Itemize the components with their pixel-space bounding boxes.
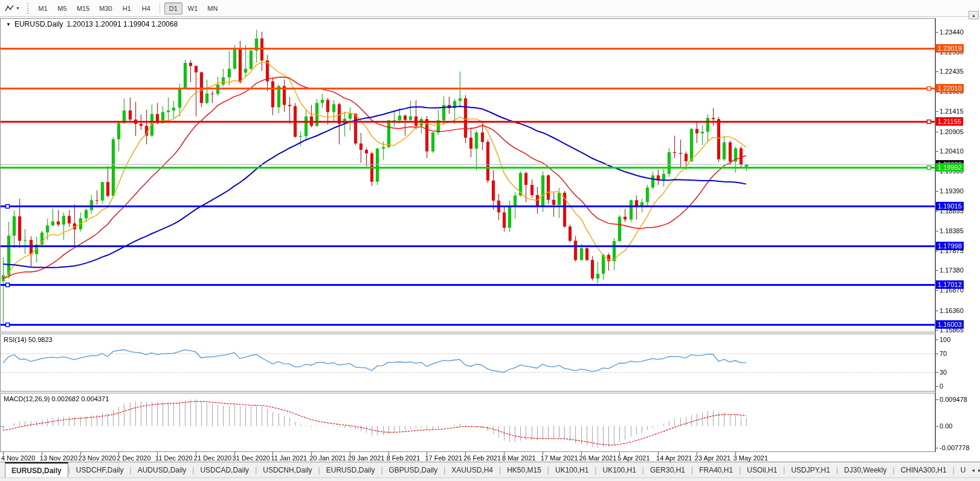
price-line-label: 1.23019 — [936, 44, 964, 53]
rsi-level-label: 0 — [940, 383, 943, 390]
timeframe-button-mn[interactable]: MN — [203, 2, 222, 15]
tab-uk100-h1[interactable]: UK100,H1 — [596, 462, 642, 477]
date-label: 13 Nov 2020 — [40, 454, 77, 462]
timeframe-button-h4[interactable]: H4 — [137, 2, 155, 15]
metatrader-window: ▼ M1M5M15M30H1H4D1W1MN ▼ EURUSD,Daily 1.… — [0, 0, 980, 481]
date-label: 31 Dec 2020 — [233, 454, 270, 462]
tab-scroll-left-arrow-icon[interactable]: ◂ — [972, 467, 975, 473]
timeframe-button-w1[interactable]: W1 — [184, 2, 202, 15]
date-label: 26 Feb 2021 — [463, 454, 501, 462]
date-label: 2 Dec 2020 — [117, 454, 150, 462]
price-line-label: 1.16003 — [936, 320, 964, 329]
chart-dropdown-icon[interactable]: ▼ — [6, 22, 11, 27]
timeframe-buttons-group: M1M5M15M30H1H4D1W1MN — [33, 2, 222, 15]
tab-eurusd-daily[interactable]: EURUSD,Daily — [5, 462, 68, 477]
tab-ger30-h1[interactable]: GER30,H1 — [644, 462, 691, 477]
price-axis-tick: 1.19390 — [940, 187, 964, 195]
date-label: 21 Dec 2020 — [194, 454, 231, 462]
price-axis-tick: 1.20905 — [940, 128, 964, 135]
rsi-level-label: 100 — [940, 336, 950, 343]
line-studies-tool-button[interactable]: ▼ — [2, 3, 22, 14]
date-label: 23 Apr 2021 — [695, 454, 730, 462]
macd-axis-label: 0.009478 — [940, 396, 967, 403]
macd-axis-label: 0.00 — [940, 422, 952, 430]
toolbar-grip-handle[interactable] — [27, 3, 30, 14]
tab-u[interactable]: U — [955, 462, 972, 477]
price-axis-tick: 1.18385 — [940, 227, 964, 234]
timeframe-button-d1[interactable]: D1 — [164, 2, 182, 15]
date-label: 26 Mar 2021 — [579, 454, 617, 462]
toolbar-separator — [160, 3, 160, 14]
tab-usoil-h1[interactable]: USOil,H1 — [741, 462, 783, 477]
tab-fra40-h1[interactable]: FRA40,H1 — [693, 462, 739, 477]
date-label: 8 Feb 2021 — [387, 454, 421, 462]
date-label: 17 Mar 2021 — [541, 454, 578, 462]
chart-ohlc-values: 1.20013 1.20091 1.19904 1.20068 — [67, 20, 178, 28]
chevron-down-icon: ▼ — [16, 6, 20, 10]
date-label: 3 May 2021 — [733, 454, 768, 462]
date-label: 29 Jan 2021 — [348, 454, 385, 462]
tab-dj30-weekly[interactable]: DJ30,Weekly — [838, 462, 892, 477]
price-line-label: 1.21155 — [936, 117, 963, 126]
macd-title: MACD(12,26,9) 0.002682 0.004371 — [4, 395, 109, 402]
date-label: 20 Jan 2021 — [309, 454, 346, 462]
price-axis-tick: 1.23440 — [940, 28, 964, 36]
date-label: 11 Dec 2020 — [155, 454, 193, 462]
date-label: 14 Apr 2021 — [656, 454, 692, 462]
tab-usdcad-daily[interactable]: USDCAD,Daily — [194, 462, 255, 477]
timeframe-button-m1[interactable]: M1 — [34, 2, 52, 15]
tab-scroll-arrows: ◂▸ — [972, 462, 980, 477]
timeframe-button-h1[interactable]: H1 — [118, 2, 136, 15]
price-line-label: 1.22010 — [936, 84, 964, 92]
date-label: 11 Jan 2021 — [271, 454, 307, 462]
price-axis-tick: 1.20410 — [940, 147, 964, 155]
tab-usdjpy-h1[interactable]: USDJPY,H1 — [785, 462, 836, 477]
timeframe-button-m30[interactable]: M30 — [95, 2, 116, 15]
polyline-tool-icon — [5, 4, 15, 13]
tab-hk50-m15[interactable]: HK50,M15 — [501, 462, 547, 477]
timeframe-button-m5[interactable]: M5 — [53, 2, 71, 15]
tab-xauusd-h4[interactable]: XAUUSD,H4 — [445, 462, 499, 477]
date-label: 8 Mar 2021 — [502, 454, 536, 462]
rsi-level-label: 30 — [940, 369, 947, 376]
chart-title: ▼ EURUSD,Daily 1.20013 1.20091 1.19904 1… — [6, 20, 178, 28]
scroll-up-button[interactable]: ▲ — [969, 11, 979, 19]
price-axis-tick: 1.21415 — [940, 108, 964, 115]
date-label: 17 Feb 2021 — [425, 454, 462, 462]
date-label: 5 Apr 2021 — [617, 454, 650, 462]
tab-uk100-h1[interactable]: UK100,H1 — [549, 462, 595, 477]
price-axis-tick: 1.17380 — [940, 266, 964, 274]
tab-audusd-daily[interactable]: AUDUSD,Daily — [132, 462, 193, 477]
tab-china300-h1[interactable]: CHINA300,H1 — [895, 462, 953, 477]
tab-usdcnh-daily[interactable]: USDCNH,Daily — [257, 462, 318, 477]
tab-gbpusd-daily[interactable]: GBPUSD,Daily — [383, 462, 444, 477]
timeframe-button-m15[interactable]: M15 — [73, 2, 94, 15]
tab-eurusd-daily[interactable]: EURUSD,Daily — [320, 462, 381, 477]
price-chart-canvas[interactable] — [0, 0, 980, 481]
chart-symbol-period: EURUSD,Daily — [15, 20, 63, 28]
price-line-label: 1.17012 — [936, 280, 964, 289]
status-strip — [0, 477, 980, 481]
date-label: 23 Nov 2020 — [79, 454, 116, 462]
price-line-label: 1.19992 — [936, 163, 964, 172]
price-axis-tick: 1.16360 — [940, 307, 964, 314]
price-line-label: 1.19015 — [936, 202, 964, 210]
price-line-label: 1.17998 — [936, 242, 964, 250]
date-label: 4 Nov 2020 — [1, 454, 35, 462]
tab-usdchf-daily[interactable]: USDCHF,Daily — [70, 462, 130, 477]
timeframe-toolbar: ▼ M1M5M15M30H1H4D1W1MN — [0, 0, 980, 17]
rsi-level-label: 70 — [940, 350, 947, 357]
chart-tabbar: EURUSD,Daily|USDCHF,Daily|AUDUSD,Daily|U… — [0, 462, 980, 477]
price-axis-tick: 1.22435 — [940, 68, 964, 75]
macd-axis-label: -0.007778 — [940, 444, 970, 451]
rsi-title: RSI(14) 50.9823 — [4, 336, 53, 343]
